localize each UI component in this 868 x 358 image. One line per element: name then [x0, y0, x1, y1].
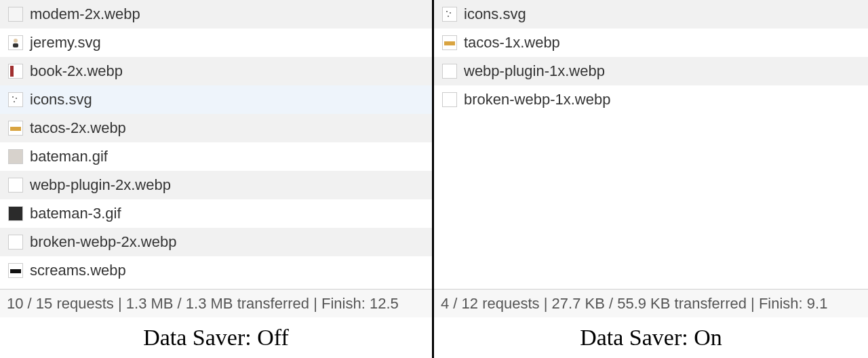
panel-caption-left: Data Saver: Off [0, 317, 432, 358]
file-name: jeremy.svg [30, 34, 101, 52]
network-request-row[interactable]: webp-plugin-2x.webp [0, 171, 432, 199]
file-name: broken-webp-1x.webp [464, 91, 610, 108]
status-requests-filtered: 4 [441, 295, 449, 312]
status-size: 1.3 MB [126, 295, 174, 312]
file-thumbnail-icon [8, 7, 23, 22]
file-thumbnail-icon [8, 206, 23, 221]
network-request-row[interactable]: webp-plugin-1x.webp [434, 57, 868, 85]
file-thumbnail-icon [8, 178, 23, 193]
file-name: icons.svg [464, 5, 526, 23]
network-request-row[interactable]: icons.svg [0, 85, 432, 114]
file-name: webp-plugin-1x.webp [464, 62, 605, 80]
file-name: webp-plugin-2x.webp [30, 176, 171, 194]
status-requests-total: 15 [36, 295, 52, 312]
file-thumbnail-icon [8, 235, 23, 250]
network-request-row[interactable]: broken-webp-1x.webp [434, 85, 868, 114]
status-requests-total: 12 [462, 295, 478, 312]
status-size: 27.7 KB [552, 295, 605, 312]
status-bar-left: 10 / 15 requests | 1.3 MB / 1.3 MB trans… [0, 289, 432, 317]
svg-point-5 [446, 11, 448, 12]
panel-right: icons.svgtacos-1x.webpwebp-plugin-1x.web… [434, 0, 868, 358]
status-transferred: 1.3 MB [186, 295, 233, 312]
file-thumbnail-icon [442, 92, 457, 107]
file-name: tacos-1x.webp [464, 34, 560, 52]
network-request-row[interactable]: bateman.gif [0, 142, 432, 171]
network-request-row[interactable]: modem-2x.webp [0, 0, 432, 28]
file-thumbnail-icon [8, 64, 23, 79]
network-request-row[interactable]: tacos-2x.webp [0, 114, 432, 142]
svg-rect-1 [13, 43, 18, 47]
network-file-list-left[interactable]: modem-2x.webpjeremy.svgbook-2x.webpicons… [0, 0, 432, 289]
svg-point-7 [448, 16, 449, 17]
network-request-row[interactable]: jeremy.svg [0, 28, 432, 57]
file-thumbnail-icon [8, 121, 23, 136]
svg-point-0 [14, 39, 18, 43]
status-requests-label: requests [482, 295, 539, 312]
network-request-row[interactable]: broken-webp-2x.webp [0, 228, 432, 256]
network-request-row[interactable]: bateman-3.gif [0, 199, 432, 228]
file-name: modem-2x.webp [30, 5, 140, 23]
file-name: tacos-2x.webp [30, 119, 126, 137]
file-thumbnail-icon [8, 35, 23, 50]
file-name: screams.webp [30, 262, 126, 279]
file-name: bateman.gif [30, 148, 108, 165]
file-thumbnail-icon [8, 149, 23, 164]
comparison-container: modem-2x.webpjeremy.svgbook-2x.webpicons… [0, 0, 868, 358]
status-transferred: 55.9 KB [617, 295, 670, 312]
file-name: bateman-3.gif [30, 205, 121, 222]
svg-point-6 [450, 12, 451, 14]
status-finish: 9.1 [807, 295, 828, 312]
svg-point-3 [16, 98, 17, 99]
network-file-list-right[interactable]: icons.svgtacos-1x.webpwebp-plugin-1x.web… [434, 0, 868, 289]
status-finish-label: Finish: [321, 295, 366, 312]
network-request-row[interactable]: icons.svg [434, 0, 868, 28]
svg-point-2 [12, 96, 14, 98]
file-name: broken-webp-2x.webp [30, 233, 176, 251]
file-name: book-2x.webp [30, 62, 123, 80]
network-request-row[interactable]: screams.webp [0, 256, 432, 285]
file-thumbnail-icon [442, 7, 457, 22]
file-name: icons.svg [30, 91, 92, 108]
status-finish-label: Finish: [759, 295, 803, 312]
status-finish: 12.5 [370, 295, 399, 312]
file-thumbnail-icon [8, 263, 23, 278]
status-transferred-label: transferred [675, 295, 747, 312]
status-bar-right: 4 / 12 requests | 27.7 KB / 55.9 KB tran… [434, 289, 868, 317]
panel-left: modem-2x.webpjeremy.svgbook-2x.webpicons… [0, 0, 434, 358]
status-requests-filtered: 10 [7, 295, 23, 312]
status-transferred-label: transferred [237, 295, 309, 312]
panel-caption-right: Data Saver: On [434, 317, 868, 358]
svg-point-4 [14, 101, 15, 102]
file-thumbnail-icon [442, 64, 457, 79]
network-request-row[interactable]: book-2x.webp [0, 57, 432, 85]
network-request-row[interactable]: tacos-1x.webp [434, 28, 868, 57]
status-requests-label: requests [56, 295, 113, 312]
file-thumbnail-icon [442, 35, 457, 50]
file-thumbnail-icon [8, 92, 23, 107]
